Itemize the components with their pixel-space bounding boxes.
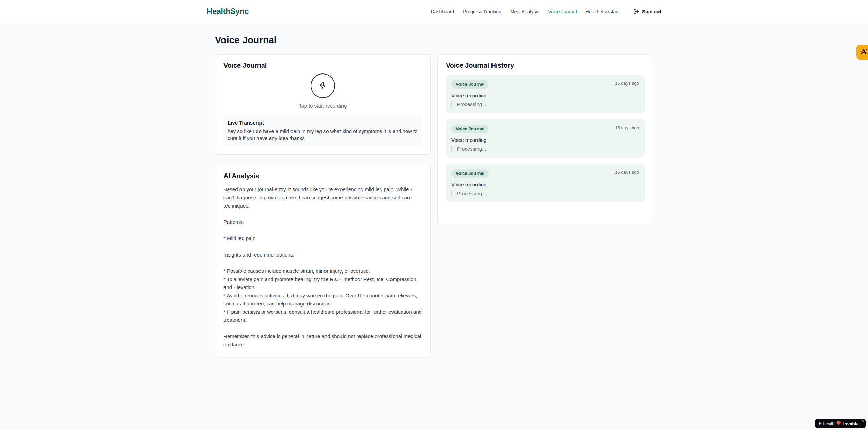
- left-column: Voice Journal Tap to start recording: [215, 54, 431, 357]
- entry-timestamp: 15 days ago: [615, 80, 639, 86]
- live-transcript-box: Live Transcript hey so like I do have a …: [223, 115, 422, 146]
- entry-description: Voice recording: [451, 182, 639, 187]
- nav-link-meal-analysis[interactable]: Meal Analysis: [510, 9, 539, 14]
- entry-type-badge: Voice Journal: [451, 125, 489, 133]
- nav-link-health-assistant[interactable]: Health Assistant: [586, 9, 620, 14]
- header-container: HealthSync Dashboard Progress Tracking M…: [204, 0, 664, 23]
- lovable-brand-label: lovable: [843, 421, 859, 426]
- sign-out-label: Sign out: [642, 9, 661, 14]
- app-logo[interactable]: HealthSync: [207, 7, 249, 16]
- entry-status: Processing...: [451, 146, 639, 152]
- top-header: HealthSync Dashboard Progress Tracking M…: [0, 0, 868, 23]
- close-icon[interactable]: ×: [862, 419, 864, 423]
- ai-analysis-card: AI Analysis Based on your journal entry,…: [215, 165, 431, 357]
- history-entry[interactable]: Voice Journal 15 days ago Voice recordin…: [446, 164, 645, 202]
- content-grid: Voice Journal Tap to start recording: [215, 54, 653, 357]
- entry-description: Voice recording: [451, 137, 639, 143]
- voice-recorder-card: Voice Journal Tap to start recording: [215, 54, 431, 155]
- main-nav: Dashboard Progress Tracking Meal Analysi…: [431, 9, 661, 14]
- history-entry[interactable]: Voice Journal 15 days ago Voice recordin…: [446, 119, 645, 158]
- nav-link-progress-tracking[interactable]: Progress Tracking: [463, 9, 501, 14]
- entry-description: Voice recording: [451, 93, 639, 98]
- lovable-edit-prefix: Edit with: [819, 421, 834, 426]
- logout-icon: [633, 9, 639, 14]
- entry-status: Processing...: [451, 101, 639, 107]
- record-hint-text: Tap to start recording: [299, 103, 347, 109]
- entry-type-badge: Voice Journal: [451, 169, 489, 178]
- entry-timestamp: 15 days ago: [615, 125, 639, 130]
- heart-icon: [836, 420, 841, 427]
- floating-assistant-widget-button[interactable]: [856, 45, 868, 60]
- main-content: Voice Journal Voice Journal: [215, 23, 653, 357]
- nav-link-voice-journal[interactable]: Voice Journal: [548, 9, 577, 14]
- microphone-icon: [319, 82, 327, 90]
- recorder-controls: Tap to start recording: [223, 73, 422, 109]
- lambda-logo-icon: [859, 48, 868, 57]
- record-button[interactable]: [311, 73, 335, 98]
- right-column: Voice Journal History Voice Journal 15 d…: [437, 54, 653, 225]
- history-card-title: Voice Journal History: [446, 62, 645, 69]
- history-entry[interactable]: Voice Journal 15 days ago Voice recordin…: [446, 75, 645, 113]
- ai-analysis-title: AI Analysis: [223, 172, 422, 180]
- live-transcript-title: Live Transcript: [228, 120, 418, 126]
- entry-status: Processing...: [451, 191, 639, 196]
- history-list: Voice Journal 15 days ago Voice recordin…: [446, 75, 645, 202]
- sign-out-button[interactable]: Sign out: [633, 9, 661, 14]
- page-title: Voice Journal: [215, 35, 653, 46]
- ai-analysis-body: Based on your journal entry, it sounds l…: [223, 185, 422, 349]
- entry-type-badge: Voice Journal: [451, 80, 489, 89]
- live-transcript-text: hey so like I do have a mild pain in my …: [228, 128, 418, 142]
- recorder-card-title: Voice Journal: [223, 62, 422, 69]
- lovable-edit-badge[interactable]: Edit with lovable ×: [815, 419, 866, 428]
- nav-link-dashboard[interactable]: Dashboard: [431, 9, 454, 14]
- entry-timestamp: 15 days ago: [615, 169, 639, 175]
- history-card: Voice Journal History Voice Journal 15 d…: [437, 54, 653, 225]
